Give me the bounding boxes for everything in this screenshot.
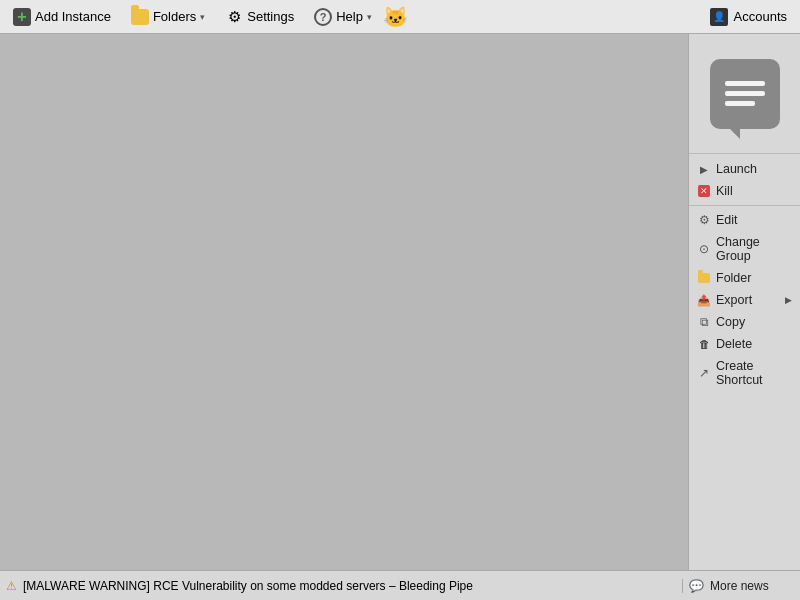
menu-item-change-group[interactable]: Change Group bbox=[689, 231, 800, 267]
chat-line-2 bbox=[725, 91, 765, 96]
menu-item-create-shortcut[interactable]: Create Shortcut bbox=[689, 355, 800, 391]
help-label: Help bbox=[336, 9, 363, 24]
folders-button[interactable]: Folders ▾ bbox=[122, 3, 214, 31]
shortcut-icon bbox=[697, 366, 711, 380]
menu-separator-1 bbox=[689, 205, 800, 206]
menu-item-kill[interactable]: Kill bbox=[689, 180, 800, 202]
accounts-icon: 👤 bbox=[710, 8, 728, 26]
copy-label: Copy bbox=[716, 315, 745, 329]
help-button[interactable]: ? Help ▾ bbox=[305, 3, 381, 31]
chat-bubble-area bbox=[689, 34, 800, 154]
help-icon: ? bbox=[314, 8, 332, 26]
delete-label: Delete bbox=[716, 337, 752, 351]
kill-label: Kill bbox=[716, 184, 733, 198]
add-instance-button[interactable]: Add Instance bbox=[4, 3, 120, 31]
accounts-button[interactable]: 👤 Accounts bbox=[701, 3, 796, 31]
menu-item-folder[interactable]: Folder bbox=[689, 267, 800, 289]
menu-item-delete[interactable]: Delete bbox=[689, 333, 800, 355]
chat-bubble-icon bbox=[710, 59, 780, 129]
chat-line-1 bbox=[725, 81, 765, 86]
add-icon bbox=[13, 8, 31, 26]
chat-line-3 bbox=[725, 101, 755, 106]
menu-item-edit[interactable]: Edit bbox=[689, 209, 800, 231]
settings-icon: ⚙ bbox=[225, 8, 243, 26]
help-chevron-icon: ▾ bbox=[367, 12, 372, 22]
launch-label: Launch bbox=[716, 162, 757, 176]
news-text: [MALWARE WARNING] RCE Vulnerability on s… bbox=[23, 579, 473, 593]
cat-icon: 🐱 bbox=[383, 5, 408, 29]
warning-icon bbox=[6, 579, 17, 593]
accounts-label: Accounts bbox=[734, 9, 787, 24]
more-news-icon bbox=[689, 579, 704, 593]
right-panel: Launch Kill Edit Change Group Folder bbox=[688, 34, 800, 570]
changegroup-icon bbox=[697, 242, 711, 256]
content-area bbox=[0, 34, 688, 570]
chat-lines bbox=[717, 73, 773, 114]
launch-icon bbox=[697, 162, 711, 176]
statusbar-right: More news bbox=[682, 579, 794, 593]
kill-icon bbox=[697, 184, 711, 198]
export-content: Export bbox=[697, 293, 752, 307]
folder-icon bbox=[131, 9, 149, 25]
folder-small-icon bbox=[697, 271, 711, 285]
statusbar-left: [MALWARE WARNING] RCE Vulnerability on s… bbox=[6, 579, 682, 593]
settings-button[interactable]: ⚙ Settings bbox=[216, 3, 303, 31]
change-group-label: Change Group bbox=[716, 235, 792, 263]
panel-menu: Launch Kill Edit Change Group Folder bbox=[689, 154, 800, 395]
create-shortcut-label: Create Shortcut bbox=[716, 359, 792, 387]
export-icon bbox=[697, 293, 711, 307]
folders-label: Folders bbox=[153, 9, 196, 24]
add-instance-label: Add Instance bbox=[35, 9, 111, 24]
folder-label: Folder bbox=[716, 271, 751, 285]
folders-chevron-icon: ▾ bbox=[200, 12, 205, 22]
toolbar: Add Instance Folders ▾ ⚙ Settings ? Help… bbox=[0, 0, 800, 34]
copy-icon bbox=[697, 315, 711, 329]
menu-item-copy[interactable]: Copy bbox=[689, 311, 800, 333]
main-area: Launch Kill Edit Change Group Folder bbox=[0, 34, 800, 570]
menu-item-export[interactable]: Export ▶ bbox=[689, 289, 800, 311]
menu-item-launch[interactable]: Launch bbox=[689, 158, 800, 180]
export-chevron-icon: ▶ bbox=[785, 295, 792, 305]
export-label: Export bbox=[716, 293, 752, 307]
settings-label: Settings bbox=[247, 9, 294, 24]
edit-label: Edit bbox=[716, 213, 738, 227]
more-news-label[interactable]: More news bbox=[710, 579, 769, 593]
delete-icon bbox=[697, 337, 711, 351]
statusbar: [MALWARE WARNING] RCE Vulnerability on s… bbox=[0, 570, 800, 600]
edit-icon bbox=[697, 213, 711, 227]
